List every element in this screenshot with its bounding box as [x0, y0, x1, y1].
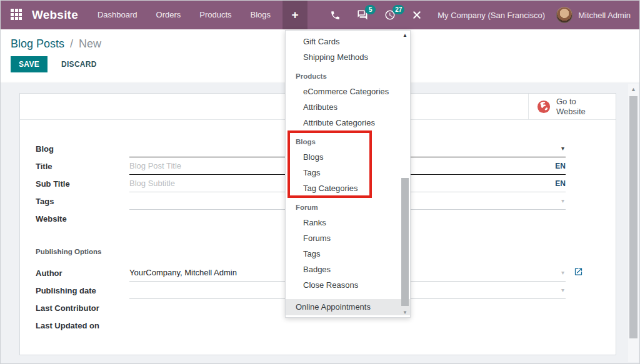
breadcrumb-current: New	[79, 37, 101, 50]
menu-section-forum: Forum	[286, 200, 410, 215]
chevron-down-icon[interactable]: ▾	[561, 145, 564, 152]
wrench-icon	[412, 10, 422, 20]
publishing-options-separator: Publishing Options	[36, 248, 101, 255]
app-name[interactable]: Website	[32, 8, 78, 22]
website-field-label: Website	[36, 214, 129, 224]
title-language-badge[interactable]: EN	[555, 162, 566, 170]
menu-item-close-reasons[interactable]: Close Reasons	[286, 277, 410, 293]
menu-item-attribute-categories[interactable]: Attribute Categories	[286, 115, 410, 130]
nav-item-orders[interactable]: Orders	[147, 1, 191, 29]
app-window: Website Dashboard Orders Products Blogs …	[0, 0, 640, 364]
author-field-label: Author	[36, 268, 129, 278]
company-switcher[interactable]: My Company (San Francisco)	[430, 11, 556, 20]
apps-grid-icon[interactable]	[11, 9, 23, 21]
menu-item-badges[interactable]: Badges	[286, 262, 410, 277]
scroll-down-arrow-icon[interactable]: ▼	[400, 310, 410, 315]
menu-item-forum-tags[interactable]: Tags	[286, 246, 410, 262]
menu-item-tag-categories[interactable]: Tag Categories	[286, 180, 410, 196]
user-avatar[interactable]	[556, 7, 572, 23]
globe-icon	[537, 100, 551, 114]
systray: 5 27 My Company (San Francisco) Mitchell…	[322, 1, 639, 29]
breadcrumb-separator: /	[68, 37, 76, 50]
new-content-plus-button[interactable]: +	[282, 1, 308, 29]
activities-button[interactable]: 27	[376, 1, 404, 29]
last-contributor-field-label: Last Contributor	[36, 303, 129, 313]
publishing-date-field-label: Publishing date	[36, 286, 129, 295]
messages-button[interactable]: 5	[349, 1, 376, 29]
dropdown-scrollbar[interactable]: ▲ ▼	[400, 31, 410, 317]
menu-item-blog-tags[interactable]: Tags	[286, 165, 410, 180]
breadcrumb-parent-link[interactable]: Blog Posts	[11, 37, 64, 50]
menu-item-blogs[interactable]: Blogs	[286, 149, 410, 165]
top-navbar: Website Dashboard Orders Products Blogs …	[1, 1, 639, 29]
go-to-website-button[interactable]: Go to Website	[528, 94, 616, 120]
activities-count-badge: 27	[392, 5, 404, 14]
user-menu[interactable]: Mitchell Admin	[578, 11, 631, 20]
page-scrollbar-thumb[interactable]	[629, 96, 638, 338]
menu-item-online-appointments[interactable]: Online Appointments	[286, 299, 410, 315]
subtitle-language-badge[interactable]: EN	[555, 179, 566, 188]
menu-item-shipping-methods[interactable]: Shipping Methods	[286, 49, 410, 65]
dropdown-scrollbar-thumb[interactable]	[401, 178, 409, 306]
tags-field-label: Tags	[36, 197, 129, 206]
tools-button[interactable]	[404, 1, 430, 29]
page-scrollbar[interactable]: ▲	[628, 84, 639, 362]
discard-button[interactable]: DISCARD	[56, 56, 102, 72]
phone-button[interactable]	[322, 1, 349, 29]
nav-item-blogs[interactable]: Blogs	[241, 1, 281, 29]
chevron-down-icon[interactable]: ▾	[561, 269, 564, 276]
new-content-dropdown-menu: Gift Cards Shipping Methods Products eCo…	[285, 30, 411, 318]
phone-icon	[330, 10, 341, 21]
menu-item-ranks[interactable]: Ranks	[286, 215, 410, 230]
field-row-last-updated: Last Updated on	[36, 317, 566, 334]
menu-item-gift-cards[interactable]: Gift Cards	[286, 34, 410, 49]
subtitle-field-label: Sub Title	[36, 179, 129, 189]
chevron-down-icon[interactable]: ▾	[561, 197, 564, 204]
last-updated-field-label: Last Updated on	[36, 321, 129, 330]
external-link-icon[interactable]	[574, 267, 583, 278]
scroll-up-arrow-icon[interactable]: ▲	[400, 32, 410, 38]
nav-item-products[interactable]: Products	[190, 1, 241, 29]
menu-item-ecommerce-categories[interactable]: eCommerce Categories	[286, 84, 410, 99]
chevron-down-icon[interactable]: ▾	[561, 287, 564, 293]
menu-section-products: Products	[286, 69, 410, 84]
messages-count-badge: 5	[365, 5, 376, 14]
menu-section-blogs: Blogs	[286, 134, 410, 149]
menu-item-attributes[interactable]: Attributes	[286, 99, 410, 115]
scroll-up-arrow-icon[interactable]: ▲	[628, 86, 639, 92]
title-field-label: Title	[36, 162, 129, 171]
last-updated-field	[129, 317, 566, 334]
go-to-website-label: Go to Website	[556, 97, 595, 116]
menu-item-forums[interactable]: Forums	[286, 230, 410, 246]
save-button[interactable]: SAVE	[11, 56, 48, 72]
blog-field-label: Blog	[36, 144, 129, 154]
nav-item-dashboard[interactable]: Dashboard	[88, 1, 147, 29]
